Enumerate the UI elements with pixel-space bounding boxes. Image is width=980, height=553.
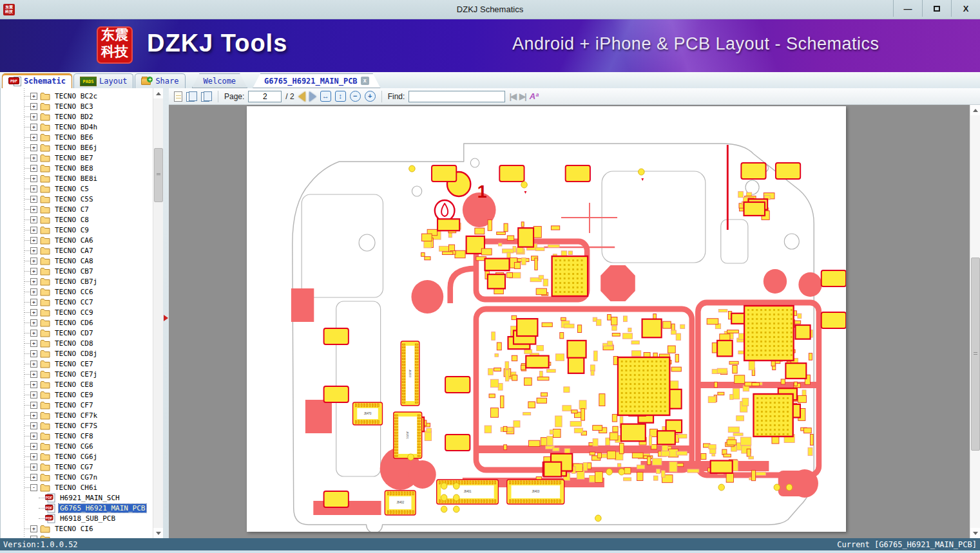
tree-item-tecno-cc7[interactable]: +TECNO CC7 [1, 297, 153, 307]
tree-item-h6918-sub-pcb[interactable]: PDFH6918_SUB_PCB [1, 513, 153, 523]
expand-icon[interactable]: + [30, 422, 37, 429]
doc-tab-main-pcb[interactable]: G6765_H6921_MAIN_PCB x [253, 73, 381, 88]
expand-icon[interactable]: + [30, 474, 37, 481]
tree-item-tecno-cf7[interactable]: +TECNO CF7 [1, 400, 153, 410]
expand-icon[interactable]: + [30, 299, 37, 306]
expand-icon[interactable]: + [30, 185, 37, 192]
close-button[interactable]: X [951, 0, 980, 17]
expand-icon[interactable]: + [30, 278, 37, 285]
expand-icon[interactable]: + [30, 525, 37, 532]
expand-icon[interactable]: + [30, 309, 37, 316]
expand-icon[interactable]: + [30, 319, 37, 326]
viewer-scrollbar[interactable] [970, 105, 980, 538]
fit-width-button[interactable]: ↔ [320, 91, 331, 102]
expand-icon[interactable]: + [30, 165, 37, 172]
tree-item-tecno-c5s[interactable]: +TECNO C5S [1, 194, 153, 204]
tree-item-tecno-be6[interactable]: +TECNO BE6 [1, 132, 153, 142]
maximize-button[interactable] [922, 0, 951, 17]
copy-pages-icon[interactable] [186, 91, 197, 102]
tree-item-tecno-c5[interactable]: +TECNO C5 [1, 183, 153, 194]
expand-icon[interactable]: + [30, 124, 37, 131]
tree-item-tecno-be6j[interactable]: +TECNO BE6j [1, 142, 153, 153]
expand-icon[interactable]: + [30, 391, 37, 398]
viewer-scrollbar-thumb[interactable] [971, 258, 980, 451]
tree-item-tecno-ce8[interactable]: +TECNO CE8 [1, 379, 153, 389]
scroll-up-button[interactable] [153, 88, 163, 98]
match-case-button[interactable]: Aª [530, 91, 539, 101]
tree-item-tecno-cc9[interactable]: +TECNO CC9 [1, 307, 153, 317]
collapse-icon[interactable]: - [30, 484, 37, 491]
tree-item-tecno-cg6[interactable]: +TECNO CG6 [1, 441, 153, 451]
minimize-button[interactable]: — [893, 0, 922, 17]
expand-icon[interactable]: + [30, 288, 37, 295]
expand-icon[interactable]: + [30, 536, 37, 539]
fit-page-button[interactable]: ↕ [335, 91, 346, 102]
tree-item-tecno-cg7[interactable]: +TECNO CG7 [1, 462, 153, 472]
tree-scrollbar-thumb[interactable] [154, 148, 163, 202]
tree-item-tecno-ch6i[interactable]: -TECNO CH6i [1, 482, 153, 492]
tree-item-tecno-cd8j[interactable]: +TECNO CD8j [1, 348, 153, 359]
snapshot-pages-icon[interactable] [201, 91, 212, 102]
expand-icon[interactable]: + [30, 268, 37, 275]
tree-item-h6921-main-sch[interactable]: PDFH6921_MAIN_SCH [1, 492, 153, 503]
tree-item-tecno-be7[interactable]: +TECNO BE7 [1, 153, 153, 163]
tree-item-tecno-bd4h[interactable]: +TECNO BD4h [1, 122, 153, 132]
tree-item-tecno-bc3[interactable]: +TECNO BC3 [1, 101, 153, 111]
tree-item-g6765-h6921-main-pcb[interactable]: PDFG6765_H6921_MAIN_PCB [1, 503, 153, 513]
expand-icon[interactable]: + [30, 258, 37, 265]
tree-item-tecno-cg6j[interactable]: +TECNO CG6j [1, 451, 153, 462]
tree-item-tecno-cc6[interactable]: +TECNO CC6 [1, 286, 153, 297]
zoom-out-button[interactable]: − [350, 91, 361, 102]
expand-icon[interactable]: + [30, 237, 37, 244]
tree-item-tecno-cd8[interactable]: +TECNO CD8 [1, 338, 153, 348]
tree-item-tecno-ce7[interactable]: +TECNO CE7 [1, 359, 153, 369]
expand-icon[interactable]: + [30, 412, 37, 419]
expand-icon[interactable]: + [30, 103, 37, 110]
tree-item-tecno-cf7s[interactable]: +TECNO CF7S [1, 420, 153, 431]
expand-icon[interactable]: + [30, 113, 37, 120]
expand-icon[interactable]: + [30, 464, 37, 471]
find-next-button[interactable]: ▶| [519, 91, 526, 101]
panel-splitter[interactable] [163, 88, 169, 538]
expand-icon[interactable]: + [30, 196, 37, 203]
expand-icon[interactable]: + [30, 216, 37, 223]
expand-icon[interactable]: + [30, 144, 37, 151]
doc-tab-welcome[interactable]: Welcome [192, 73, 248, 88]
find-input[interactable] [408, 91, 505, 102]
expand-icon[interactable]: + [30, 247, 37, 254]
tree-item-tecno-cf8[interactable]: +TECNO CF8 [1, 431, 153, 441]
scroll-down-button[interactable] [970, 528, 980, 538]
expand-icon[interactable]: + [30, 350, 37, 357]
tree-item-tecno-c9[interactable]: +TECNO C9 [1, 225, 153, 235]
tree-item-tecno-ca8[interactable]: +TECNO CA8 [1, 256, 153, 266]
tab-layout[interactable]: PADS Layout [73, 73, 133, 88]
expand-icon[interactable]: + [30, 381, 37, 388]
scroll-up-button[interactable] [970, 105, 980, 115]
expand-icon[interactable]: + [30, 433, 37, 440]
expand-icon[interactable]: + [30, 227, 37, 234]
find-previous-button[interactable]: |◀ [509, 91, 515, 101]
tree-scrollbar[interactable] [153, 88, 163, 538]
tree-item-tecno-ca7[interactable]: +TECNO CA7 [1, 245, 153, 256]
previous-page-button[interactable] [298, 91, 305, 102]
tree-item-tecno-be8i[interactable]: +TECNO BE8i [1, 173, 153, 183]
zoom-in-button[interactable]: + [365, 91, 376, 102]
expand-icon[interactable]: + [30, 402, 37, 409]
expand-icon[interactable]: + [30, 175, 37, 182]
expand-icon[interactable]: + [30, 361, 37, 368]
tree-item-tecno-ci6[interactable]: +TECNO CI6 [1, 523, 153, 534]
expand-icon[interactable]: + [30, 443, 37, 450]
tree-item-tecno-ca6[interactable]: +TECNO CA6 [1, 235, 153, 245]
tree-item-partial[interactable]: + [1, 534, 153, 538]
tree-item-tecno-c7[interactable]: +TECNO C7 [1, 204, 153, 214]
expand-icon[interactable]: + [30, 330, 37, 337]
tree-item-tecno-ce7j[interactable]: +TECNO CE7j [1, 369, 153, 379]
tree-item-tecno-c8[interactable]: +TECNO C8 [1, 214, 153, 225]
expand-icon[interactable]: + [30, 206, 37, 213]
tree-item-tecno-cf7k[interactable]: +TECNO CF7k [1, 410, 153, 420]
expand-icon[interactable]: + [30, 93, 37, 100]
expand-icon[interactable]: + [30, 453, 37, 460]
tab-schematic[interactable]: PDF Schematic [2, 73, 72, 88]
tab-share[interactable]: + Share [135, 73, 185, 88]
expand-icon[interactable]: + [30, 371, 37, 378]
